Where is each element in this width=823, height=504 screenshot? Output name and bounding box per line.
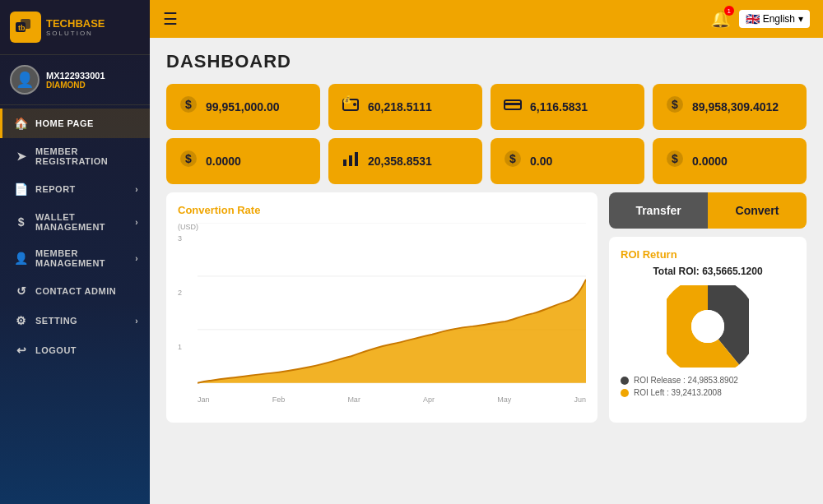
content-area: DASHBOARD $ 99,951,000.00 💰 60,218.5111 … xyxy=(150,38,823,504)
logo-sub: SOLUTION xyxy=(46,30,105,37)
svg-text:💰: 💰 xyxy=(342,95,352,104)
svg-text:$: $ xyxy=(672,98,678,111)
nav-arrow-2: › xyxy=(135,185,138,194)
legend-release-dot xyxy=(621,377,629,385)
stat-card-6: $ 0.00 xyxy=(491,138,644,184)
language-selector[interactable]: 🇬🇧 English ▾ xyxy=(739,10,810,28)
sidebar-item-logout[interactable]: ↩ LOGOUT xyxy=(0,335,150,365)
pie-chart-container xyxy=(621,285,795,368)
nav-arrow-6: › xyxy=(135,317,138,326)
flag-icon: 🇬🇧 xyxy=(746,12,760,25)
nav-icon-5: ↺ xyxy=(14,284,29,298)
stat-icon-6: $ xyxy=(504,150,522,173)
nav-label-5: CONTACT ADMIN xyxy=(35,286,138,296)
nav-icon-4: 👤 xyxy=(14,252,29,265)
svg-rect-16 xyxy=(355,152,358,166)
y-label-1: 1 xyxy=(178,343,182,351)
transfer-button[interactable]: Transfer xyxy=(609,192,708,229)
nav-arrow-4: › xyxy=(135,254,138,263)
sidebar-nav: 🏠 HOME PAGE ➤ MEMBER REGISTRATION 📄 REPO… xyxy=(0,105,150,504)
sidebar-item-wallet-management[interactable]: $ WALLET MANAGEMENT › xyxy=(0,204,150,240)
nav-icon-6: ⚙ xyxy=(14,314,29,327)
nav-label-7: LOGOUT xyxy=(35,345,138,355)
sidebar-item-member-registration[interactable]: ➤ MEMBER REGISTRATION xyxy=(0,138,150,174)
notification-badge: 1 xyxy=(724,6,734,16)
hamburger-icon[interactable]: ☰ xyxy=(163,9,178,29)
chart-area: (USD) 3 2 1 xyxy=(178,223,586,404)
sidebar-item-member-management[interactable]: 👤 MEMBER MANAGEMENT › xyxy=(0,240,150,276)
stat-card-5: 20,358.8531 xyxy=(328,138,482,184)
svg-rect-15 xyxy=(349,155,352,166)
stat-card-7: $ 0.0000 xyxy=(653,138,807,184)
sidebar-item-setting[interactable]: ⚙ SETTING › xyxy=(0,306,150,335)
stat-icon-0: $ xyxy=(179,95,198,118)
notification-wrapper: 🔔 1 xyxy=(710,9,731,29)
main-content: ☰ 🔔 1 🇬🇧 English ▾ DASHBOARD $ 99,951,00… xyxy=(150,0,823,504)
legend-left-label: ROI Left : 39,2413.2008 xyxy=(634,388,722,397)
stats-grid-row2: $ 0.0000 20,358.8531 $ 0.00 $ 0.0000 xyxy=(166,138,807,184)
stat-value-4: 0.0000 xyxy=(206,155,241,168)
x-label-feb: Feb xyxy=(272,395,286,404)
stat-value-2: 6,116.5831 xyxy=(530,100,588,113)
stat-value-6: 0.00 xyxy=(530,155,552,168)
stat-card-0: $ 99,951,000.00 xyxy=(166,84,320,130)
sidebar-item-report[interactable]: 📄 REPORT › xyxy=(0,174,150,204)
sidebar: tb TECHBASE SOLUTION 👤 MX122933001 DIAMO… xyxy=(0,0,150,504)
y-axis-label: (USD) xyxy=(178,223,198,231)
right-panel: Transfer Convert ROI Return Total ROI: 6… xyxy=(609,192,807,423)
stat-card-3: $ 89,958,309.4012 xyxy=(653,84,807,130)
sidebar-logo: tb TECHBASE SOLUTION xyxy=(0,0,150,55)
transfer-convert-group: Transfer Convert xyxy=(609,192,807,229)
stat-card-4: $ 0.0000 xyxy=(166,138,320,184)
x-label-mar: Mar xyxy=(347,395,360,404)
svg-text:tb: tb xyxy=(18,24,26,32)
svg-text:$: $ xyxy=(672,152,678,165)
logo-name: TECHBASE xyxy=(46,17,105,30)
pie-legend: ROI Release : 24,9853.8902 ROI Left : 39… xyxy=(621,376,795,397)
stat-value-0: 99,951,000.00 xyxy=(206,100,280,113)
roi-card: ROI Return Total ROI: 63,5665.1200 xyxy=(609,237,807,423)
svg-rect-14 xyxy=(343,160,346,166)
chevron-down-icon: ▾ xyxy=(798,13,803,25)
nav-icon-0: 🏠 xyxy=(14,117,29,130)
y-label-2: 2 xyxy=(178,289,182,297)
x-label-may: May xyxy=(497,395,511,404)
nav-label-4: MEMBER MANAGEMENT xyxy=(35,248,135,268)
nav-icon-1: ➤ xyxy=(14,150,29,163)
legend-release: ROI Release : 24,9853.8902 xyxy=(621,376,795,385)
lang-label: English xyxy=(763,13,795,25)
pie-chart xyxy=(667,285,749,368)
x-label-jun: Jun xyxy=(574,395,586,404)
sidebar-user: 👤 MX122933001 DIAMOND xyxy=(0,55,150,105)
stat-card-2: 6,116.5831 xyxy=(491,84,644,130)
stat-card-1: 💰 60,218.5111 xyxy=(328,84,482,130)
nav-label-2: REPORT xyxy=(35,184,135,194)
svg-text:$: $ xyxy=(509,152,516,165)
nav-arrow-3: › xyxy=(135,218,138,227)
chart-title: Convertion Rate xyxy=(178,204,586,216)
topbar-right: 🔔 1 🇬🇧 English ▾ xyxy=(710,9,810,29)
stat-value-7: 0.0000 xyxy=(692,155,728,168)
svg-text:$: $ xyxy=(185,98,192,111)
sidebar-item-contact-admin[interactable]: ↺ CONTACT ADMIN xyxy=(0,276,150,306)
roi-title: ROI Return xyxy=(621,248,795,261)
convert-button[interactable]: Convert xyxy=(708,192,807,229)
x-label-jan: Jan xyxy=(198,395,210,404)
svg-point-6 xyxy=(353,103,356,106)
nav-label-3: WALLET MANAGEMENT xyxy=(35,212,135,232)
sidebar-item-home-page[interactable]: 🏠 HOME PAGE xyxy=(0,109,150,138)
logo-icon: tb xyxy=(10,12,41,43)
topbar: ☰ 🔔 1 🇬🇧 English ▾ xyxy=(150,0,823,38)
user-id: MX122933001 xyxy=(46,71,105,81)
x-labels: Jan Feb Mar Apr May Jun xyxy=(198,395,586,404)
legend-left: ROI Left : 39,2413.2008 xyxy=(621,388,795,397)
stat-icon-5 xyxy=(342,150,360,173)
stat-icon-3: $ xyxy=(666,95,684,118)
nav-icon-2: 📄 xyxy=(14,183,29,196)
stat-icon-1: 💰 xyxy=(342,95,360,118)
nav-label-0: HOME PAGE xyxy=(35,118,138,128)
chart-card: Convertion Rate (USD) 3 2 1 xyxy=(166,192,597,423)
y-label-3: 3 xyxy=(178,234,182,243)
avatar: 👤 xyxy=(10,65,40,95)
svg-point-27 xyxy=(691,310,724,343)
